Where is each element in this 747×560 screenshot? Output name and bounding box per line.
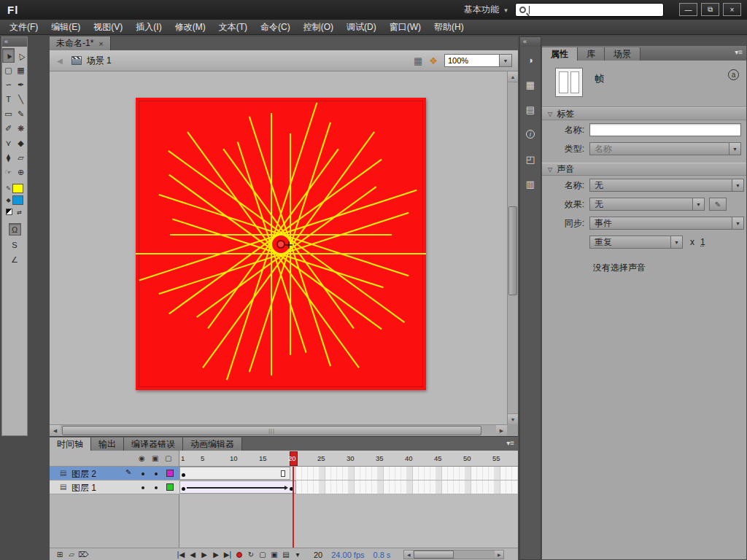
play-icon[interactable]: ▶ (198, 551, 210, 559)
panel-tab-3[interactable]: 场景 (605, 47, 640, 61)
black-white-colors-icon[interactable] (6, 209, 12, 215)
edit-symbols-icon[interactable]: ❖ (429, 55, 438, 66)
frame-cell[interactable] (477, 467, 483, 480)
layer-visibility-dot[interactable] (142, 486, 144, 489)
frame-cell[interactable] (390, 481, 395, 494)
transform-icon[interactable]: ◰ (523, 152, 538, 166)
frame-cell[interactable] (308, 467, 314, 480)
minimize-button[interactable]: — (679, 3, 697, 16)
frame-cell[interactable] (442, 481, 448, 494)
center-frame-icon[interactable] (236, 552, 242, 558)
timeline-tab-3[interactable]: 编译器错误 (124, 438, 183, 451)
timeline-scrollbar[interactable]: ◀▶ (403, 550, 504, 559)
frame-cell[interactable] (349, 467, 355, 480)
frame-cell[interactable] (378, 467, 384, 480)
free-transform-tool[interactable]: ▢ (2, 63, 15, 77)
edit-multiple-frames-icon[interactable]: ▤ (280, 551, 292, 559)
sound-name-dropdown[interactable]: 无 ▼ (589, 179, 744, 192)
frame-cell[interactable] (460, 467, 465, 480)
scroll-left-icon[interactable]: ◀ (404, 551, 413, 559)
frame-cell[interactable] (454, 481, 460, 494)
timeline-ruler[interactable]: 1510152025303540455055 (179, 451, 518, 467)
modify-markers-icon[interactable]: ▾ (292, 551, 303, 559)
menu-item-6[interactable]: 文本(T) (212, 20, 254, 34)
library-icon[interactable]: ▥ (523, 176, 538, 191)
frame-cell[interactable] (436, 481, 442, 494)
frame-cell[interactable] (436, 467, 442, 480)
document-tab[interactable]: 未命名-1* × (50, 36, 111, 50)
fill-color-swatch[interactable] (12, 195, 23, 205)
menu-item-9[interactable]: 调试(D) (340, 20, 383, 34)
snap-to-objects-icon[interactable]: Ω (9, 223, 21, 236)
frame-cell[interactable] (308, 481, 314, 494)
align-icon[interactable]: ▤ (523, 102, 538, 117)
new-layer-icon[interactable]: ⊞ (54, 551, 66, 559)
menu-item-5[interactable]: 修改(M) (169, 20, 212, 34)
frame-cell[interactable] (506, 481, 512, 494)
bone-tool[interactable]: ⋎ (2, 136, 15, 150)
frame-cell[interactable] (314, 481, 320, 494)
vertical-scrollbar[interactable]: ▲ ▼ (507, 71, 518, 424)
smooth-icon[interactable]: S (9, 238, 21, 251)
frame-cell[interactable] (401, 481, 407, 494)
frame-cell[interactable] (331, 481, 337, 494)
panel-tab-2[interactable]: 库 (578, 47, 605, 61)
restore-button[interactable]: ⧉ (701, 3, 719, 16)
frame-cell[interactable] (360, 467, 366, 480)
layer-row-1[interactable]: ▤图层 2✎ (50, 467, 179, 481)
frame-cell[interactable] (500, 481, 506, 494)
close-icon[interactable]: × (98, 39, 103, 48)
frame-cell[interactable] (384, 467, 390, 480)
label-section-header[interactable]: ▽ 标签 (542, 107, 746, 120)
onion-skin-icon[interactable]: ▢ (257, 551, 268, 559)
eraser-tool[interactable]: ▱ (15, 150, 27, 165)
scroll-left-icon[interactable]: ◀ (50, 425, 61, 436)
frame-cell[interactable] (512, 467, 518, 480)
frame-cell[interactable] (413, 467, 419, 480)
menu-item-4[interactable]: 插入(I) (129, 20, 168, 34)
go-to-last-frame-icon[interactable]: ▶| (222, 551, 233, 559)
frame-cell[interactable] (483, 481, 489, 494)
frame-cell[interactable] (448, 481, 454, 494)
text-tool[interactable]: T (2, 92, 15, 106)
step-forward-icon[interactable]: ▶ (210, 551, 222, 559)
frame-cell[interactable] (419, 467, 425, 480)
layer-outline-color-swatch[interactable] (166, 483, 174, 491)
menu-item-11[interactable]: 帮助(H) (427, 20, 471, 34)
frame-cell[interactable] (366, 481, 372, 494)
frame-cell[interactable] (395, 481, 401, 494)
frame-cell[interactable] (401, 467, 407, 480)
frame-cell[interactable] (430, 481, 436, 494)
frame-cell[interactable] (442, 467, 448, 480)
frame-cell[interactable] (419, 481, 425, 494)
frame-cell[interactable] (296, 467, 302, 480)
delete-layer-icon[interactable]: ⌦ (77, 551, 89, 559)
menu-item-7[interactable]: 命令(C) (254, 20, 297, 34)
edit-sound-envelope-button[interactable]: ✎ (709, 198, 727, 211)
layer-name[interactable]: 图层 1 (71, 482, 96, 494)
expand-panels-icon[interactable]: « (520, 37, 541, 47)
zoom-tool[interactable]: ⊕ (15, 165, 27, 179)
zoom-dropdown-icon[interactable]: ▼ (500, 54, 512, 67)
frame-cell[interactable] (425, 481, 430, 494)
layer-visibility-dot[interactable] (142, 472, 144, 475)
frame-cell[interactable] (337, 467, 343, 480)
label-type-dropdown[interactable]: 名称 ▼ (589, 142, 741, 155)
repeat-count-value[interactable]: 1 (700, 237, 705, 247)
frame-cell[interactable] (454, 467, 460, 480)
frame-rate-value[interactable]: 24.00 fps (331, 551, 364, 559)
horizontal-scrollbar[interactable]: ◀ ||| ▶ (50, 424, 507, 436)
color-icon[interactable]: ◑ (523, 52, 538, 67)
frame-cell[interactable] (425, 467, 430, 480)
layer-outline-color-swatch[interactable] (166, 470, 174, 477)
frame-cell[interactable] (500, 467, 506, 480)
frame-cell[interactable] (325, 481, 331, 494)
frame-cell[interactable] (337, 481, 343, 494)
menu-item-10[interactable]: 窗口(W) (383, 20, 427, 34)
frame-cell[interactable] (314, 467, 320, 480)
vertical-scroll-thumb[interactable] (508, 206, 517, 295)
frame-cell[interactable] (430, 467, 436, 480)
frame-cell[interactable] (407, 467, 413, 480)
menu-item-3[interactable]: 视图(V) (87, 20, 129, 34)
frame-cell[interactable] (489, 467, 495, 480)
